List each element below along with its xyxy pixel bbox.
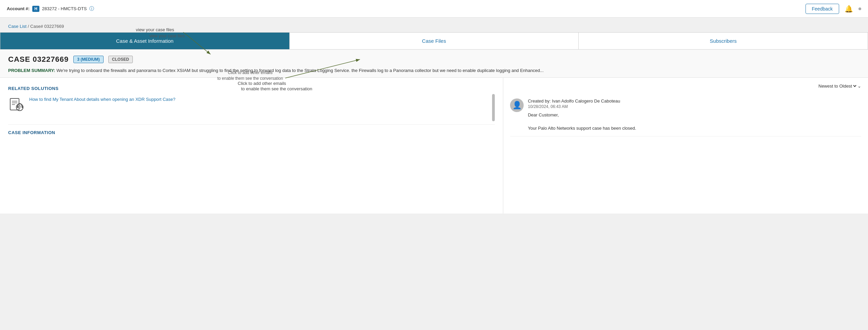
case-number: CASE 03227669: [8, 55, 69, 64]
case-information-section: CASE INFORMATION: [8, 124, 495, 135]
sort-select[interactable]: Newest to Oldest Oldest to Newest: [817, 83, 857, 89]
case-list-link[interactable]: Case List: [8, 24, 26, 29]
severity-badge: 3 (MEDIUM): [73, 56, 104, 63]
tab-case-files[interactable]: Case Files: [290, 33, 579, 49]
breadcrumb-case-ref: Case# 03227669: [30, 24, 64, 29]
message-item: 👤 Created by: Ivan Adolfo Calogero De Ca…: [510, 94, 861, 137]
solutions-area: ? How to find My Tenant About details wh…: [8, 96, 495, 116]
message-content: Created by: Ivan Adolfo Calogero De Cabo…: [528, 98, 861, 132]
breadcrumb: Case List / Case# 03227669: [8, 24, 860, 29]
dot-icon: [858, 7, 861, 10]
info-icon[interactable]: ⓘ: [89, 6, 94, 12]
breadcrumb-separator: /: [28, 24, 29, 29]
right-column: Newest to Oldest Oldest to Newest ⌄ 👤 Cr…: [503, 78, 868, 214]
solution-item: ? How to find My Tenant About details wh…: [8, 96, 495, 116]
header-right: Feedback 🔔: [806, 4, 861, 14]
problem-summary: PROBLEM SUMMARY: We're trying to onboard…: [8, 67, 860, 74]
message-body: Dear Customer, Your Palo Alto Networks s…: [528, 112, 861, 132]
sort-row: Newest to Oldest Oldest to Newest ⌄: [510, 83, 861, 89]
case-info-title: CASE INFORMATION: [8, 130, 495, 135]
avatar-person-icon: 👤: [512, 101, 522, 110]
svg-text:?: ?: [19, 105, 21, 110]
case-title-row: CASE 03227669 3 (MEDIUM) CLOSED: [8, 55, 860, 64]
feedback-button[interactable]: Feedback: [806, 4, 839, 14]
page-wrapper: Account #: H 283272 - HMCTS-DTS ⓘ Feedba…: [0, 0, 868, 214]
solution-icon: ?: [8, 97, 24, 116]
message-line-1: Dear Customer,: [528, 112, 861, 118]
svg-rect-7: [22, 106, 23, 108]
problem-summary-text: We're trying to onboard the firewalls an…: [56, 68, 544, 73]
avatar: 👤: [510, 98, 524, 112]
tabs-container: Case & Asset Information Case Files Subs…: [0, 32, 868, 50]
left-column: RELATED SOLUTIONS ?: [0, 78, 503, 214]
bell-icon[interactable]: 🔔: [845, 5, 853, 13]
message-date: 10/28/2024, 06:43 AM: [528, 104, 861, 109]
header: Account #: H 283272 - HMCTS-DTS ⓘ Feedba…: [0, 0, 868, 18]
two-col-layout: RELATED SOLUTIONS ?: [0, 78, 868, 214]
account-name: 283272 - HMCTS-DTS: [42, 6, 87, 11]
tab-subscribers[interactable]: Subscribers: [579, 33, 868, 49]
scrollbar[interactable]: [492, 94, 495, 121]
sort-chevron-icon: ⌄: [857, 84, 861, 89]
svg-rect-6: [17, 106, 18, 108]
status-badge: CLOSED: [108, 56, 133, 63]
solution-link[interactable]: How to find My Tenant About details when…: [29, 96, 175, 103]
breadcrumb-bar: Case List / Case# 03227669: [0, 18, 868, 32]
account-badge: H: [32, 6, 39, 12]
header-left: Account #: H 283272 - HMCTS-DTS ⓘ: [7, 6, 94, 12]
account-label: Account #:: [7, 6, 30, 11]
message-line-2: Your Palo Alto Networks support case has…: [528, 125, 861, 132]
message-author: Created by: Ivan Adolfo Calogero De Cabo…: [528, 98, 861, 104]
tab-case-asset[interactable]: Case & Asset Information: [0, 33, 290, 49]
case-header: CASE 03227669 3 (MEDIUM) CLOSED PROBLEM …: [0, 50, 868, 78]
problem-summary-label: PROBLEM SUMMARY:: [8, 68, 55, 73]
related-solutions-title: RELATED SOLUTIONS: [8, 86, 495, 91]
